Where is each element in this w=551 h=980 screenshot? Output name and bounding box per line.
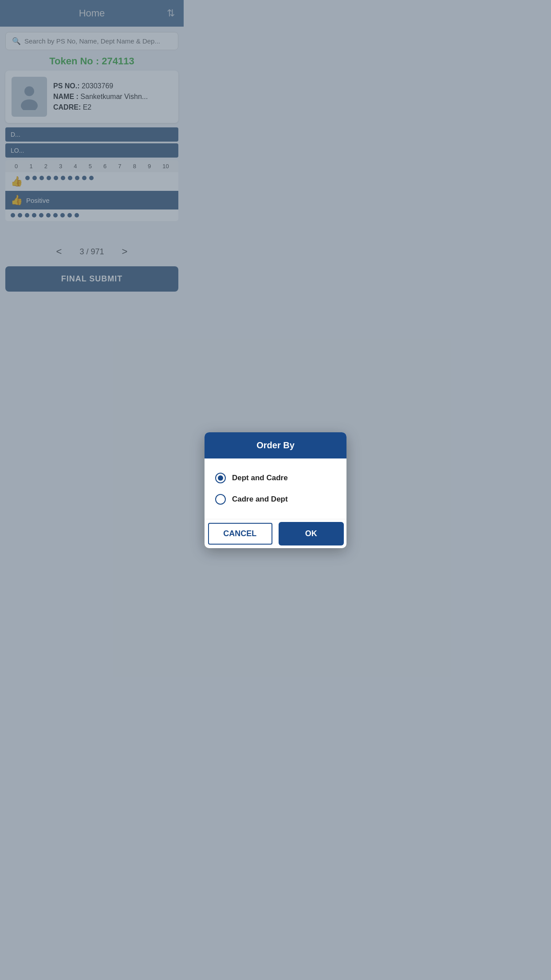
modal-overlay: Order By Dept and Cadre Cadre and Dept C… [0,0,184,327]
